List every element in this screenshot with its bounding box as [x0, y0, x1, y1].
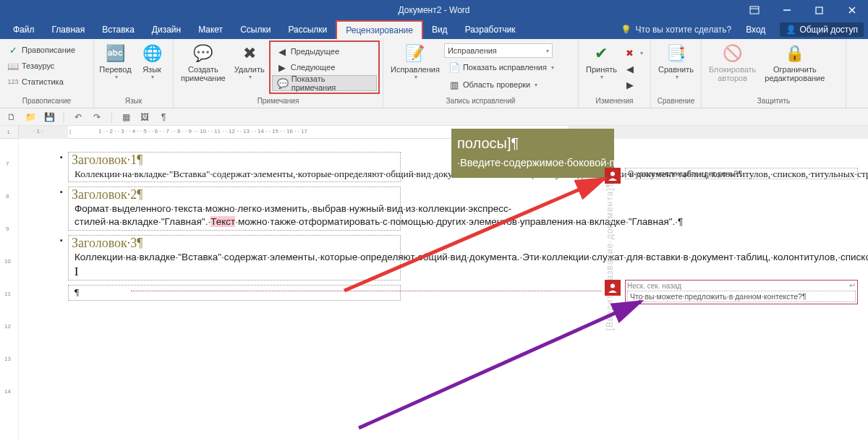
quick-access-toolbar: 🗋 📁 💾 | ↶ ↷ | ▦ 🖼 ¶ [0, 108, 868, 126]
group-proofing: Правописание [3, 96, 90, 108]
page: ▪ Заголовок·1¶ Коллекции·на·вкладке·"Вст… [68, 139, 574, 305]
new-comment-icon: 💬 [192, 42, 215, 65]
show-markup-button[interactable]: 📄Показать исправления▾ [444, 59, 558, 75]
bullet-icon: ▪ [60, 187, 63, 196]
redo-icon[interactable]: ↷ [91, 111, 103, 123]
tab-developer[interactable]: Разработчик [456, 20, 524, 39]
new-doc-icon[interactable]: 🗋 [6, 111, 17, 123]
horizontal-ruler[interactable]: L · 1 · | 1 · · 2 · · 3 · · 4 · · 5 · · … [0, 126, 868, 139]
stats-button[interactable]: 123Статистика [3, 74, 80, 90]
signin-link[interactable]: Вход [733, 20, 778, 39]
text-cursor: I [75, 264, 78, 280]
tab-view[interactable]: Вид [423, 20, 456, 39]
empty-para: ¶ [72, 286, 397, 299]
thesaurus-button[interactable]: 📖Тезаурус [3, 58, 80, 74]
new-comment-button[interactable]: 💬Создать примечание [176, 40, 230, 84]
paragraph-1: Коллекции·на·вкладке·"Вставка"·содержат·… [72, 168, 397, 181]
empty-para-block[interactable]: ¶ [68, 285, 401, 300]
heading-1-block[interactable]: ▪ Заголовок·1¶ Коллекции·на·вкладке·"Вст… [68, 152, 401, 182]
close-icon[interactable] [835, 0, 868, 20]
heading-1: Заголовок·1¶ [72, 153, 397, 168]
comment-1[interactable]: О·каких·коллекциях·идет·речь?¶ [605, 168, 858, 184]
globe-icon: 🌐 [140, 42, 163, 65]
para-icon[interactable]: ¶ [158, 111, 169, 123]
comments-icon: 💬 [277, 77, 289, 89]
tab-layout[interactable]: Макет [190, 20, 231, 39]
tab-home[interactable]: Главная [43, 20, 94, 39]
ribbon-options-icon[interactable] [738, 0, 770, 20]
language-button[interactable]: 🌐Язык▾ [134, 40, 170, 82]
accept-icon: ✔ [590, 42, 613, 65]
translate-label: Перевод [99, 65, 131, 74]
group-tracking: Запись исправлений [386, 96, 575, 108]
document-area[interactable]: ▪ Заголовок·1¶ Коллекции·на·вкладке·"Вст… [19, 139, 868, 441]
prev-comment-button[interactable]: ◀Предыдущее [272, 43, 377, 59]
restrict-button[interactable]: 🔒Ограничить редактирование [760, 40, 829, 84]
tab-references[interactable]: Ссылки [231, 20, 279, 39]
reject-button[interactable]: ✖▾ [621, 45, 646, 61]
tab-design[interactable]: Дизайн [143, 20, 190, 39]
accept-label: Принять [586, 65, 617, 74]
block-label: Блокировать авторов [709, 65, 756, 82]
share-label: Общий доступ [799, 25, 858, 35]
avatar-icon [605, 168, 621, 184]
next-icon: ▶ [276, 61, 288, 73]
heading-2: Заголовок·2¶ [72, 187, 397, 202]
spelling-button[interactable]: ✓Правописание [3, 42, 80, 58]
tell-me-label: Что вы хотите сделать? [636, 25, 732, 35]
heading-2-block[interactable]: ▪ Заголовок·2¶ Формат·выделенного·текста… [68, 187, 401, 230]
tab-file[interactable]: Файл [4, 20, 43, 39]
track-changes-button[interactable]: 📝Исправления▾ [386, 40, 444, 82]
block-authors-button[interactable]: 🚫Блокировать авторов [705, 40, 760, 84]
prev-change-icon: ◀ [624, 63, 636, 74]
heading-3-block[interactable]: ▪ Заголовок·3¶ Коллекции·на·вкладке·"Вст… [68, 235, 401, 281]
avatar-icon [605, 280, 621, 296]
tab-review[interactable]: Рецензирование [336, 20, 423, 39]
display-select[interactable]: Исправления [444, 43, 553, 58]
comment-1-text: О·каких·коллекциях·идет·речь?¶ [625, 168, 858, 179]
compare-icon: 📑 [665, 42, 688, 65]
pane-label: Область проверки [463, 80, 530, 89]
showmarkup-label: Показать исправления [463, 63, 547, 72]
undo-icon[interactable]: ↶ [72, 111, 84, 123]
tab-mailings[interactable]: Рассылки [279, 20, 336, 39]
highlighted-text: Текст [210, 216, 235, 227]
tell-me-search[interactable]: 💡Что вы хотите сделать? [621, 25, 732, 35]
group-changes: Изменения [582, 96, 647, 108]
person-icon: 👤 [786, 25, 796, 35]
pane-icon: ▥ [448, 79, 460, 90]
compare-button[interactable]: 📑Сравнить▾ [654, 40, 698, 82]
comment-2[interactable]: Неск. сек. назад Что·вы·можете·предложит… [605, 280, 858, 304]
tab-insert[interactable]: Вставка [93, 20, 143, 39]
sidebar-textbox[interactable]: полосы]¶ ·Введите·содержимое·боковой·пол… [451, 129, 614, 178]
thesaurus-label: Тезаурус [22, 61, 54, 70]
next-comment-button[interactable]: ▶Следующее [272, 59, 377, 75]
reply-icon[interactable]: ↩ [849, 281, 855, 289]
prev-change-button[interactable]: ◀ [621, 61, 646, 77]
minimize-icon[interactable] [770, 0, 803, 20]
save-icon[interactable]: 💾 [43, 111, 55, 123]
delete-icon: ✖ [238, 42, 261, 65]
delete-comment-button[interactable]: ✖Удалить▾ [230, 40, 269, 82]
share-button[interactable]: 👤Общий доступ [780, 22, 864, 37]
ribbon: ✓Правописание 📖Тезаурус 123Статистика Пр… [0, 39, 868, 108]
reviewing-pane-button[interactable]: ▥Область проверки▾ [444, 77, 558, 93]
open-icon[interactable]: 📁 [25, 111, 36, 123]
translate-icon: 🔤 [104, 42, 127, 65]
menubar: Файл Главная Вставка Дизайн Макет Ссылки… [0, 20, 868, 39]
svg-point-6 [610, 172, 615, 176]
language-label: Язык [142, 65, 161, 74]
reject-icon: ✖ [624, 47, 636, 59]
accept-button[interactable]: ✔Принять▾ [582, 40, 621, 82]
image-icon[interactable]: 🖼 [139, 111, 150, 123]
table-icon[interactable]: ▦ [120, 111, 132, 123]
new-comment-label: Создать примечание [181, 65, 226, 82]
show-comments-button[interactable]: 💬Показать примечания [272, 75, 377, 91]
translate-button[interactable]: 🔤Перевод▾ [97, 40, 134, 82]
next-change-button[interactable]: ▶ [621, 77, 646, 93]
bullet-icon: ▪ [60, 236, 63, 244]
comment-2-text: Что·вы·можете·предложить·в·данном·контек… [627, 291, 856, 302]
vertical-ruler[interactable]: 7 8 9 10 11 12 13 14 [0, 139, 19, 441]
group-language: Язык [97, 96, 170, 108]
maximize-icon[interactable] [803, 0, 835, 20]
